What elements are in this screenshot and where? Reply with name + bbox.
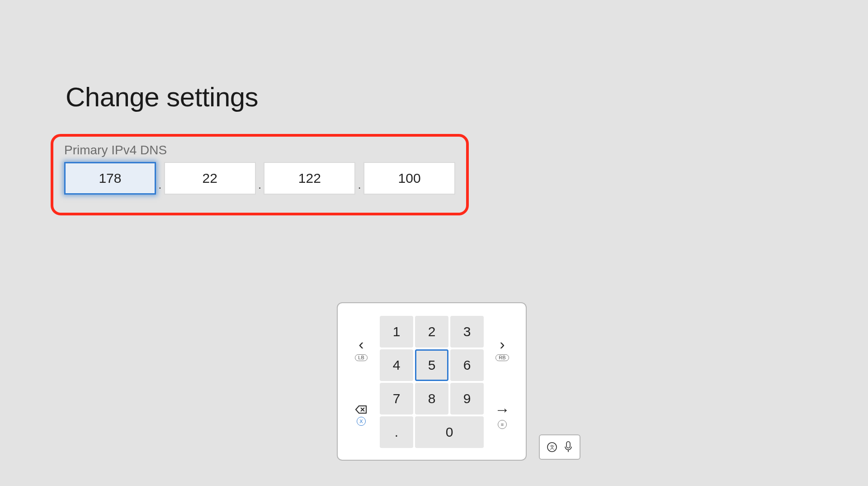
x-badge-icon: X bbox=[357, 417, 366, 426]
dns-octet-1[interactable]: 178 bbox=[64, 162, 156, 195]
page-title: Change settings bbox=[66, 81, 258, 113]
keypad-0[interactable]: 0 bbox=[415, 416, 484, 448]
dns-label: Primary IPv4 DNS bbox=[64, 143, 455, 157]
numeric-keypad: ‹ LB 1 2 3 › RB 4 5 6 X 7 8 9 → ≡ . 0 bbox=[337, 302, 527, 461]
keypad-7[interactable]: 7 bbox=[380, 383, 413, 415]
keypad-2[interactable]: 2 bbox=[415, 316, 448, 348]
dot-icon: . bbox=[156, 178, 164, 195]
keypad-4[interactable]: 4 bbox=[380, 349, 413, 381]
arrow-right-icon: → bbox=[495, 402, 510, 417]
dns-octet-3[interactable]: 122 bbox=[264, 162, 355, 195]
keypad-dot[interactable]: . bbox=[380, 416, 413, 448]
chevron-right-icon: › bbox=[500, 336, 505, 352]
chevron-left-icon: ‹ bbox=[359, 336, 363, 352]
dns-panel: Primary IPv4 DNS 178 . 22 . 122 . 100 bbox=[51, 134, 469, 215]
keypad-6[interactable]: 6 bbox=[450, 349, 484, 381]
rb-badge-icon: RB bbox=[495, 354, 509, 361]
backspace-button[interactable]: X bbox=[344, 383, 378, 448]
keypad-8[interactable]: 8 bbox=[415, 383, 448, 415]
keypad-3[interactable]: 3 bbox=[450, 316, 484, 348]
dns-octet-4[interactable]: 100 bbox=[363, 162, 455, 195]
dot-icon: . bbox=[355, 178, 363, 195]
prev-field-button[interactable]: ‹ LB bbox=[344, 316, 378, 381]
input-toolbar: 文 bbox=[539, 434, 580, 460]
dns-octet-2[interactable]: 22 bbox=[164, 162, 256, 195]
dns-fields: 178 . 22 . 122 . 100 bbox=[64, 162, 455, 195]
lb-badge-icon: LB bbox=[355, 354, 367, 361]
menu-badge-icon: ≡ bbox=[498, 420, 507, 429]
svg-text:文: 文 bbox=[549, 444, 554, 450]
svg-rect-2 bbox=[566, 442, 570, 448]
backspace-icon bbox=[355, 405, 367, 414]
microphone-icon[interactable] bbox=[564, 441, 573, 453]
language-icon[interactable]: 文 bbox=[547, 442, 557, 453]
dot-icon: . bbox=[256, 178, 264, 195]
enter-button[interactable]: → ≡ bbox=[486, 383, 519, 448]
next-field-button[interactable]: › RB bbox=[486, 316, 519, 381]
keypad-9[interactable]: 9 bbox=[450, 383, 484, 415]
keypad-5[interactable]: 5 bbox=[415, 349, 448, 381]
keypad-1[interactable]: 1 bbox=[380, 316, 413, 348]
